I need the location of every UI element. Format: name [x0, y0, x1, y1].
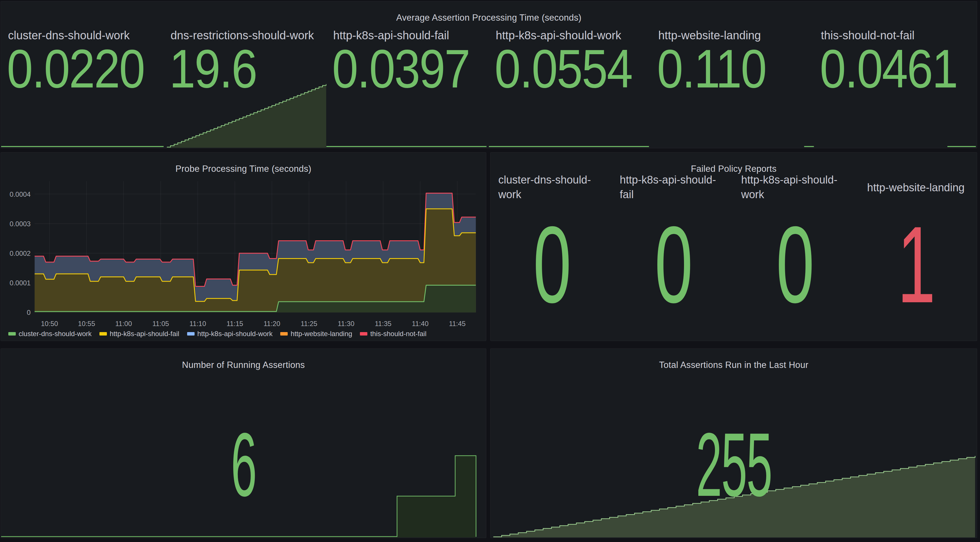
legend-label: http-k8s-api-should-fail: [110, 330, 180, 338]
stat-value-wrap: 0: [612, 200, 734, 329]
stat-label: http-website-landing: [858, 173, 974, 202]
avg-stat-row: cluster-dns-should-work0.0220dns-restric…: [1, 18, 977, 148]
x-axis-label: 11:45: [449, 320, 466, 327]
legend-label: http-k8s-api-should-work: [197, 330, 273, 338]
stat-cell-http-k8s-api-should-work: http-k8s-api-should-work0.0554: [489, 18, 651, 148]
stat-cell-http-website-landing: http-website-landing0.110: [651, 18, 814, 148]
stat-label: http-k8s-api-should-fail: [620, 173, 727, 202]
legend-item-http-website-landing[interactable]: http-website-landing: [280, 330, 352, 338]
legend-label: http-website-landing: [291, 330, 352, 338]
stat-value-wrap: 0: [491, 200, 612, 329]
chart-legend: cluster-dns-should-workhttp-k8s-api-shou…: [8, 330, 484, 338]
panel-failed-policy-reports: Failed Policy Reports cluster-dns-should…: [490, 152, 977, 341]
running-assertions-value: 6: [231, 424, 256, 505]
stat-value-wrap: 6: [1, 349, 486, 538]
stat-sparkline: [489, 83, 651, 148]
stat-cell-this-should-not-fail: this-should-not-fail0.0461: [814, 18, 977, 148]
stat-value-wrap: 255: [491, 349, 977, 538]
legend-swatch: [280, 332, 288, 336]
stat-label: cluster-dns-should-work: [498, 173, 606, 202]
legend-item-http-k8s-api-should-fail[interactable]: http-k8s-api-should-fail: [99, 330, 180, 338]
x-axis-label: 10:50: [41, 320, 58, 327]
x-axis-label: 11:00: [115, 320, 132, 327]
stat-value-wrap: 0: [734, 200, 855, 329]
stat-cell-cluster-dns-should-work: cluster-dns-should-work0.0220: [1, 18, 164, 148]
x-axis-label: 11:20: [264, 320, 280, 327]
stat-sparkline: [164, 83, 326, 148]
failed-stat-cell-http-k8s-api-should-work: http-k8s-api-should-work0: [734, 169, 855, 340]
failed-stat-cell-http-k8s-api-should-fail: http-k8s-api-should-fail0: [612, 169, 734, 340]
x-axis-label: 11:15: [226, 320, 243, 327]
stat-cell-dns-restrictions-should-work: dns-restrictions-should-work19.6: [164, 18, 326, 148]
legend-item-http-k8s-api-should-work[interactable]: http-k8s-api-should-work: [187, 330, 273, 338]
legend-item-this-should-not-fail[interactable]: this-should-not-fail: [360, 330, 426, 338]
x-axis-label: 11:10: [189, 320, 206, 327]
total-assertions-value: 255: [696, 424, 772, 505]
x-axis-label: 11:05: [153, 320, 169, 327]
legend-swatch: [8, 332, 16, 336]
x-axis-label: 11:35: [375, 320, 391, 327]
stat-value: 0: [655, 216, 692, 314]
x-axis-label: 10:55: [78, 320, 95, 327]
probe-time-series-chart[interactable]: 00.00010.00020.00030.000410:5010:5511:00…: [1, 153, 486, 341]
x-axis-label: 11:25: [301, 320, 317, 327]
panel-number-of-running-assertions: Number of Running Assertions 6: [1, 348, 486, 538]
panel-probe-processing-time: Probe Processing Time (seconds) 00.00010…: [1, 152, 486, 341]
stat-value-wrap: 1: [855, 200, 977, 329]
stat-sparkline: [326, 83, 489, 148]
x-axis-label: 11:40: [412, 320, 428, 327]
stat-value: 0: [533, 216, 570, 314]
legend-label: this-should-not-fail: [370, 330, 426, 338]
failed-stat-cell-http-website-landing: http-website-landing1: [855, 169, 977, 340]
legend-swatch: [187, 332, 194, 336]
y-axis-label: 0.0003: [10, 220, 31, 228]
legend-label: cluster-dns-should-work: [19, 330, 92, 338]
legend-swatch: [360, 332, 368, 336]
y-axis-label: 0.0004: [10, 190, 31, 198]
panel-average-assertion-processing-time: Average Assertion Processing Time (secon…: [1, 1, 977, 148]
panel-total-assertions-last-hour: Total Assertions Run in the Last Hour 25…: [490, 348, 977, 538]
y-axis-label: 0.0002: [10, 249, 31, 257]
stat-cell-http-k8s-api-should-fail: http-k8s-api-should-fail0.0397: [326, 18, 489, 148]
stat-value: 0: [776, 216, 813, 314]
legend-item-cluster-dns-should-work[interactable]: cluster-dns-should-work: [8, 330, 92, 338]
x-axis-label: 11:30: [338, 320, 355, 327]
y-axis-label: 0: [27, 309, 31, 316]
failed-stat-cell-cluster-dns-should-work: cluster-dns-should-work0: [491, 169, 612, 340]
y-axis-label: 0.0001: [10, 279, 31, 287]
grafana-dashboard: Average Assertion Processing Time (secon…: [0, 0, 980, 542]
stat-sparkline: [1, 83, 164, 148]
stat-value: 1: [897, 216, 934, 314]
stat-sparkline: [651, 83, 814, 148]
legend-swatch: [99, 332, 107, 336]
stat-sparkline: [814, 83, 977, 148]
failed-stat-row: cluster-dns-should-work0http-k8s-api-sho…: [491, 169, 977, 340]
stat-label: http-k8s-api-should-work: [741, 173, 848, 202]
